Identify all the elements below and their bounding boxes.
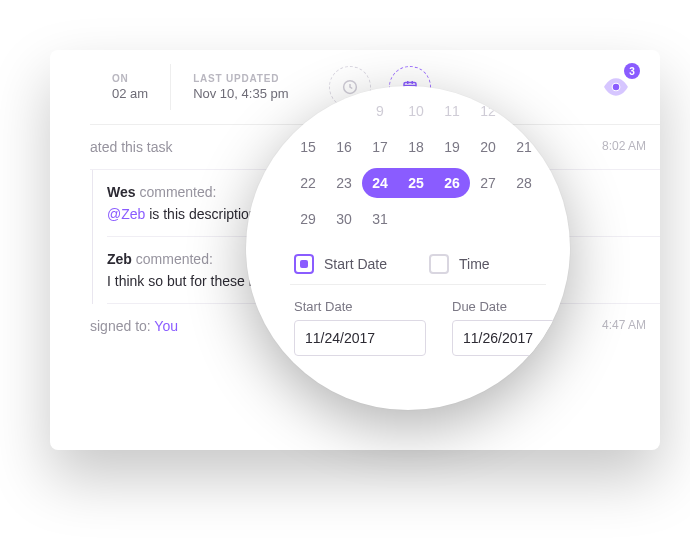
watchers-button[interactable]: 3 [596,67,636,107]
calendar-day[interactable]: 17 [362,132,398,162]
date-options-row: Start Date Time [290,240,546,285]
activity-created-timestamp: 8:02 AM [602,139,646,153]
start-date-checkbox[interactable] [294,254,314,274]
calendar-day-selected[interactable]: 26 [434,168,470,198]
calendar-day-selected[interactable]: 25 [398,168,434,198]
date-fields-row: Start Date 11/24/2017 Due Date 11/26/201… [290,285,546,356]
comment-body-text: is this description [145,206,256,222]
calendar-day[interactable]: 15 [290,132,326,162]
calendar-day[interactable]: 19 [434,132,470,162]
time-checkbox[interactable] [429,254,449,274]
activity-assigned-timestamp: 4:47 AM [602,318,646,332]
last-updated-value: Nov 10, 4:35 pm [193,86,288,101]
calendar-day[interactable]: 9 [362,96,398,126]
mention-link[interactable]: @Zeb [107,206,145,222]
svg-point-2 [613,84,620,91]
calendar-day-selected[interactable]: 24 [362,168,398,198]
comment-suffix: commented: [132,251,213,267]
calendar-day[interactable]: 11 [434,96,470,126]
comment-author: Wes [107,184,136,200]
calendar-day[interactable]: 23 [326,168,362,198]
calendar-day[interactable]: 28 [506,168,542,198]
activity-created-text: ated this task [90,139,173,155]
start-date-option-label: Start Date [324,256,387,272]
calendar-day[interactable]: 22 [290,168,326,198]
calendar-day[interactable]: 27 [470,168,506,198]
created-on-meta: ON 02 am [90,64,170,110]
last-updated-label: LAST UPDATED [193,73,288,84]
calendar-day[interactable]: 29 [290,204,326,234]
due-date-field-label: Due Date [452,299,570,314]
comment-suffix: commented: [136,184,217,200]
start-date-field-label: Start Date [294,299,426,314]
calendar-day[interactable]: 31 [362,204,398,234]
calendar-day[interactable]: 20 [470,132,506,162]
start-date-input[interactable]: 11/24/2017 [294,320,426,356]
created-on-value: 02 am [112,86,148,101]
eye-icon [603,78,629,96]
calendar-day[interactable]: 30 [326,204,362,234]
start-date-field: Start Date 11/24/2017 [294,299,426,356]
date-picker-popover: 9101112131516171819202122232425262728293… [246,86,570,410]
assigned-prefix: signed to: [90,318,154,334]
calendar-day[interactable]: 18 [398,132,434,162]
time-option-label: Time [459,256,490,272]
watchers-count-badge: 3 [624,63,640,79]
created-on-label: ON [112,73,148,84]
calendar-day[interactable]: 10 [398,96,434,126]
last-updated-meta: LAST UPDATED Nov 10, 4:35 pm [170,64,310,110]
assigned-user-link[interactable]: You [154,318,178,334]
calendar-day[interactable]: 16 [326,132,362,162]
comment-author: Zeb [107,251,132,267]
